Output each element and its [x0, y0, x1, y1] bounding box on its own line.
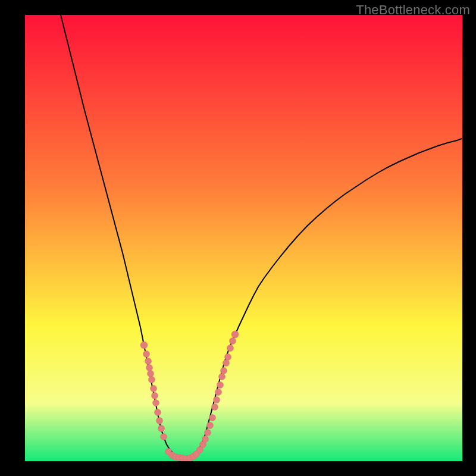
data-dot: [209, 415, 216, 421]
data-dot: [205, 430, 211, 436]
data-dot: [151, 386, 157, 392]
data-dot: [221, 368, 227, 374]
data-dot: [153, 400, 159, 406]
data-dot: [140, 342, 148, 349]
data-dot: [202, 436, 209, 443]
data-dot: [217, 382, 224, 389]
data-dot: [155, 409, 161, 416]
data-dot: [145, 358, 152, 365]
data-dot: [215, 389, 222, 396]
data-dot: [149, 377, 155, 383]
data-dot: [223, 360, 230, 367]
chart-plot-area: [25, 15, 462, 461]
data-dot: [214, 397, 220, 403]
watermark-label: TheBottleneck.com: [356, 2, 470, 18]
data-dot: [158, 425, 165, 432]
data-dot: [219, 374, 226, 380]
data-dot: [161, 434, 167, 440]
data-dot: [146, 365, 153, 371]
data-dot: [231, 331, 239, 338]
data-dot: [152, 393, 158, 399]
data-dot: [225, 354, 231, 361]
chart-frame: TheBottleneck.com: [0, 0, 476, 476]
data-dot: [212, 404, 218, 411]
data-dot: [148, 371, 154, 377]
chart-svg: [25, 15, 462, 461]
data-dot: [143, 351, 150, 358]
data-dot: [227, 345, 234, 352]
chart-background: [25, 15, 462, 461]
data-dot: [230, 338, 236, 345]
data-dot: [207, 422, 214, 429]
data-dot: [156, 418, 163, 424]
